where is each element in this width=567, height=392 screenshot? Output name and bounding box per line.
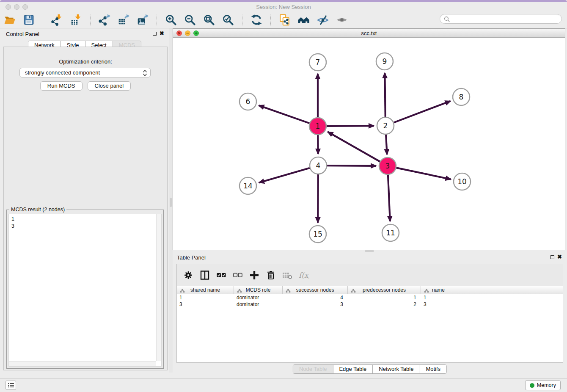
splitter-grip[interactable] — [170, 198, 172, 207]
export-image-icon[interactable] — [137, 14, 149, 26]
home-icon[interactable] — [298, 14, 310, 26]
hide-details-icon[interactable] — [317, 14, 329, 26]
tab-node-table[interactable]: Node Table — [293, 365, 333, 373]
zoom-window-button[interactable] — [22, 4, 28, 10]
edge-1-2[interactable] — [326, 126, 374, 126]
column-header-predecessor-nodes[interactable]: predecessor nodes — [348, 286, 421, 294]
node-label: 2 — [383, 121, 388, 130]
close-panel-icon[interactable]: ✖ — [160, 30, 164, 37]
column-header-MCDS-role[interactable]: MCDS role — [234, 286, 283, 294]
show-details-icon[interactable] — [336, 14, 348, 26]
tab-network-table[interactable]: Network Table — [372, 365, 419, 373]
tab-motifs[interactable]: Motifs — [419, 365, 446, 373]
edge-4-14[interactable] — [259, 168, 310, 183]
save-session-icon[interactable] — [23, 14, 35, 26]
node-label: 3 — [385, 162, 390, 170]
result-line: 1 — [11, 215, 153, 223]
titlebar[interactable]: Session: New Session — [0, 2, 567, 12]
copy-network-icon[interactable] — [279, 14, 291, 26]
network-title: scc.txt — [173, 29, 565, 38]
search-input[interactable] — [452, 15, 559, 23]
edge-4-3[interactable] — [327, 166, 376, 166]
import-network-icon[interactable] — [51, 14, 63, 26]
optimization-criterion-label: Optimization criterion: — [4, 58, 167, 65]
export-table-icon[interactable] — [118, 14, 129, 26]
criterion-value: strongly connected component — [25, 69, 100, 76]
node-table: shared nameMCDS rolesuccessor nodesprede… — [177, 286, 563, 362]
refresh-icon[interactable] — [250, 14, 262, 26]
zoom-selected-icon[interactable] — [222, 14, 234, 26]
delete-row-icon[interactable] — [265, 270, 276, 281]
node-label: 8 — [459, 93, 464, 101]
edge-4-15[interactable] — [318, 174, 318, 223]
mcds-result-title: MCDS result (2 nodes) — [9, 207, 66, 213]
minimize-window-button[interactable] — [14, 4, 19, 10]
result-line: 3 — [11, 223, 153, 230]
mcds-panel: Optimization criterion: strongly connect… — [3, 47, 168, 370]
criterion-select[interactable]: strongly connected component — [19, 68, 151, 77]
memory-button[interactable]: Memory — [525, 380, 561, 390]
close-panel-icon[interactable]: ✖ — [557, 254, 562, 260]
network-window-titlebar[interactable]: scc.txt — [173, 29, 565, 38]
gear-icon[interactable] — [183, 270, 194, 281]
network-canvas[interactable]: 7968124314101511 — [173, 38, 565, 250]
select-all-icon[interactable] — [216, 270, 227, 281]
delete-table-icon — [282, 270, 293, 281]
app-window: Session: New Session Control Panel ✖ Net… — [0, 0, 567, 392]
network-view-window: scc.txt 7968124314101511 — [173, 28, 565, 250]
toolbar-separator — [157, 14, 157, 25]
select-stepper-icon — [143, 69, 147, 77]
toolbar-separator — [270, 14, 271, 25]
table-cell: 4 — [283, 294, 348, 301]
table-cell: 3 — [177, 301, 234, 308]
table-row[interactable]: 1dominator411 — [177, 294, 563, 301]
search-box — [440, 14, 562, 24]
node-label: 10 — [457, 177, 467, 186]
zoom-in-icon[interactable] — [165, 14, 177, 26]
node-label: 14 — [243, 182, 253, 190]
float-panel-icon[interactable] — [550, 255, 554, 259]
result-horizontal-scrollbar[interactable] — [9, 361, 156, 366]
control-panel: Control Panel ✖ NetworkStyleSelectMCDS O… — [0, 28, 169, 373]
zoom-view-icon[interactable] — [193, 30, 199, 36]
minimize-view-icon[interactable] — [185, 30, 190, 36]
tree-icon — [286, 287, 291, 295]
zoom-out-icon[interactable] — [184, 14, 196, 26]
add-row-icon[interactable] — [249, 270, 260, 281]
edge-1-6[interactable] — [259, 105, 310, 123]
columns-icon[interactable] — [199, 270, 210, 281]
node-label: 15 — [313, 230, 322, 238]
column-header-name[interactable]: name — [421, 286, 456, 294]
result-vertical-scrollbar[interactable] — [156, 214, 161, 361]
open-session-icon[interactable] — [4, 14, 16, 26]
export-network-icon[interactable] — [99, 14, 110, 26]
function-builder-icon: f(x) — [298, 270, 309, 281]
close-view-icon[interactable] — [176, 30, 182, 36]
deselect-all-icon[interactable] — [232, 270, 243, 281]
edge-3-11[interactable] — [388, 174, 390, 221]
task-history-button[interactable] — [6, 381, 16, 390]
edge-2-8[interactable] — [394, 101, 451, 123]
mcds-result-area[interactable]: 13 — [8, 214, 162, 367]
edge-2-3[interactable] — [386, 134, 387, 155]
column-header-shared-name[interactable]: shared name — [177, 286, 234, 294]
close-window-button[interactable] — [6, 4, 11, 10]
control-panel-title: Control Panel — [6, 31, 39, 37]
window-title: Session: New Session — [0, 2, 567, 12]
splitter-grip[interactable] — [365, 250, 374, 252]
zoom-fit-icon[interactable] — [203, 14, 215, 26]
import-table-icon[interactable] — [70, 14, 82, 26]
edge-2-9[interactable] — [385, 73, 385, 117]
edge-3-1[interactable] — [328, 132, 380, 162]
run-mcds-button[interactable]: Run MCDS — [40, 81, 83, 91]
tab-edge-table[interactable]: Edge Table — [333, 365, 372, 373]
column-header-successor-nodes[interactable]: successor nodes — [283, 286, 348, 294]
close-panel-button[interactable]: Close panel — [88, 81, 131, 91]
vertical-splitter[interactable] — [169, 28, 173, 373]
table-row[interactable]: 3dominator323 — [177, 301, 563, 308]
memory-status-icon — [530, 383, 534, 388]
edge-3-10[interactable] — [396, 168, 451, 179]
search-icon — [444, 16, 450, 22]
table-cell: 1 — [348, 294, 421, 301]
float-panel-icon[interactable] — [153, 32, 157, 36]
